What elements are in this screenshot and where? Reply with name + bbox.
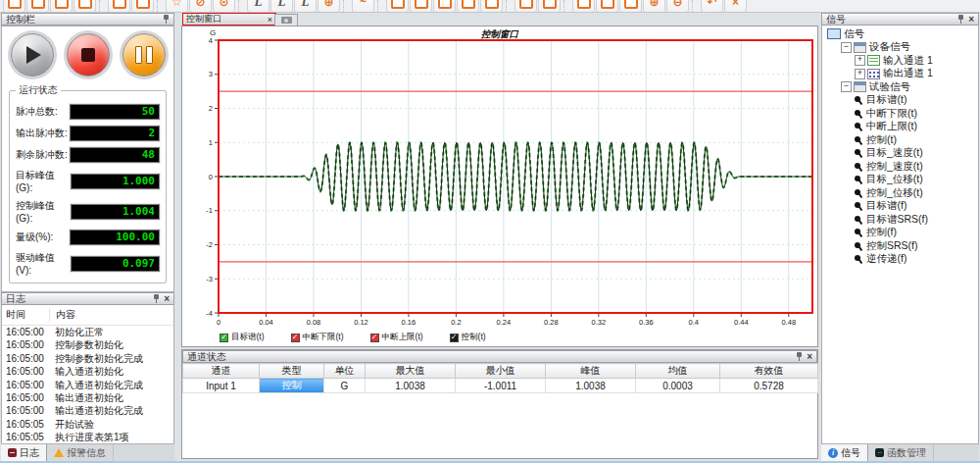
column-header[interactable]: 通道 [183,364,260,379]
log-y-icon[interactable]: L [270,0,293,13]
tab-日志[interactable]: 日志 [1,444,47,461]
tree-item-设备信号[interactable]: −设备信号 [822,41,978,55]
tree-item-控制SRS(f)[interactable]: 控制SRS(f) [822,239,978,253]
log-row[interactable]: 16:05:00输出通道初始化 [2,391,173,404]
chart-view-2-icon[interactable] [480,0,503,13]
log-row[interactable]: 16:05:05执行进度表第1项 [2,431,173,443]
pin-icon[interactable] [796,352,803,361]
fit-height-icon[interactable] [596,0,618,13]
tab-信号[interactable]: i信号 [821,444,868,461]
close-icon[interactable]: × [807,352,812,362]
rotate-device-icon[interactable] [514,0,537,13]
log-row[interactable]: 16:05:00输入通道初始化完成 [2,379,173,391]
layout-grid-1-icon[interactable] [386,0,409,13]
log-row[interactable]: 16:05:00初始化正常 [2,326,173,338]
close-icon[interactable]: × [164,294,170,304]
svg-text:0.08: 0.08 [307,318,321,327]
layout-grid-3-icon[interactable] [433,0,456,13]
close-file-icon[interactable] [50,0,73,13]
tree-item-输出通道 1[interactable]: +输出通道 1 [822,68,978,81]
tree-item-目标谱SRS(f)[interactable]: 目标谱SRS(f) [822,213,978,227]
log-content: 输出通道初始化 [55,391,123,404]
stop-button[interactable] [67,33,110,77]
clock-icon[interactable]: ⊙ [213,0,235,13]
tab-函数管理[interactable]: ~函数管理 [868,444,934,461]
waveform-icon[interactable]: ~ [352,0,374,13]
tree-item-逆传递(f)[interactable]: 逆传递(f) [822,253,978,267]
pause-button[interactable] [122,33,166,77]
open-file-icon[interactable] [26,0,49,13]
log-xy-icon[interactable]: L [294,0,317,13]
tree-item-中断上限(t)[interactable]: 中断上限(t) [822,121,978,134]
tree-item-输入通道 1[interactable]: +输入通道 1 [822,54,978,68]
layout-grid-2-icon[interactable] [410,0,432,13]
report-icon[interactable] [108,0,130,13]
tab-报警信息[interactable]: 报警信息 [47,444,114,461]
info-icon: i [828,448,838,458]
legend-checkbox[interactable]: ✓ [220,334,228,342]
tree-item-目标_位移(t)[interactable]: 目标_位移(t) [822,174,978,187]
tree-item-控制_位移(t)[interactable]: 控制_位移(t) [822,186,978,200]
language-globe-icon[interactable]: ⊕ [318,0,340,13]
log-x-icon[interactable]: L [247,0,270,13]
expand-icon[interactable]: + [855,69,865,79]
column-header[interactable]: 最小值 [456,364,546,379]
svg-text:s: s [514,329,517,331]
svg-text:-4: -4 [206,309,213,318]
tree-item-试验信号[interactable]: −试验信号 [822,80,978,94]
save-file-icon[interactable] [74,0,96,13]
tree-item-目标谱(f)[interactable]: 目标谱(f) [822,200,978,214]
save-file-glyph [78,0,92,9]
svg-text:0.24: 0.24 [497,318,512,327]
undo-icon[interactable]: ↶ [701,0,723,13]
column-header[interactable]: 类型 [260,364,324,379]
chart-view-1-icon[interactable] [457,0,479,13]
tree-item-控制(f)[interactable]: 控制(f) [822,227,978,240]
pin-icon[interactable] [957,15,964,24]
new-file-icon[interactable] [3,0,25,13]
pin-icon[interactable] [163,15,170,24]
legend-checkbox[interactable]: ✓ [370,334,379,342]
collapse-icon[interactable]: − [841,81,852,92]
tree-item-信号[interactable]: 信号 [822,27,978,41]
log-rows: 16:05:00初始化正常16:05:00控制参数初始化16:05:00控制参数… [2,326,173,444]
toolbar-separator [506,0,512,12]
tree-item-目标_速度(t)[interactable]: 目标_速度(t) [822,147,978,161]
signal-dock: 信号 × 信号−设备信号+输入通道 1+输出通道 1−试验信号目标谱(t)中断下… [821,13,979,461]
log-row[interactable]: 16:05:00输入通道初始化 [2,365,173,378]
tree-item-目标谱(t)[interactable]: 目标谱(t) [822,94,978,108]
zoom-out-icon[interactable]: ⊖ [666,0,689,13]
tab-control-window[interactable]: 控制窗口 × [182,13,276,26]
tree-item-控制_速度(t)[interactable]: 控制_速度(t) [822,160,978,174]
log-row[interactable]: 16:05:00控制参数初始化完成 [2,352,173,365]
favorite-icon[interactable]: ☆ [166,0,188,13]
zoom-in-icon[interactable]: ⊕ [643,0,665,13]
tree-item-控制(t)[interactable]: 控制(t) [822,133,978,147]
select-region-icon[interactable] [619,0,642,13]
log-row[interactable]: 16:05:00输出通道初始化完成 [2,404,173,417]
stop-sign-icon[interactable]: ⊘ [189,0,212,13]
tab-close-icon[interactable]: × [268,15,272,25]
expand-icon[interactable]: + [855,55,865,66]
legend-checkbox[interactable]: ✓ [450,334,459,342]
legend-checkbox[interactable]: ✓ [291,334,300,342]
tree-item-中断下限(t)[interactable]: 中断下限(t) [822,107,978,121]
table-row[interactable]: Input 1控制G1.0038-1.00111.00380.00030.572… [183,379,818,393]
column-header[interactable]: 均值 [636,364,720,379]
start-button[interactable] [11,33,54,77]
fit-width-icon[interactable] [572,0,595,13]
print-icon[interactable] [131,0,154,13]
exit-icon[interactable]: × [724,0,747,13]
column-header[interactable]: 有效值 [720,364,818,379]
log-row[interactable]: 16:05:00控制参数初始化 [2,338,173,351]
column-header[interactable]: 单位 [324,364,366,379]
add-device-icon[interactable] [538,0,561,13]
warning-icon [54,448,64,457]
collapse-icon[interactable]: − [841,42,852,53]
column-header[interactable]: 峰值 [546,364,636,379]
log-xy-glyph: L [302,0,310,10]
close-icon[interactable]: × [968,15,974,25]
pin-icon[interactable] [153,294,160,303]
column-header[interactable]: 最大值 [366,364,456,379]
log-row[interactable]: 16:05:05开始试验 [2,418,173,431]
